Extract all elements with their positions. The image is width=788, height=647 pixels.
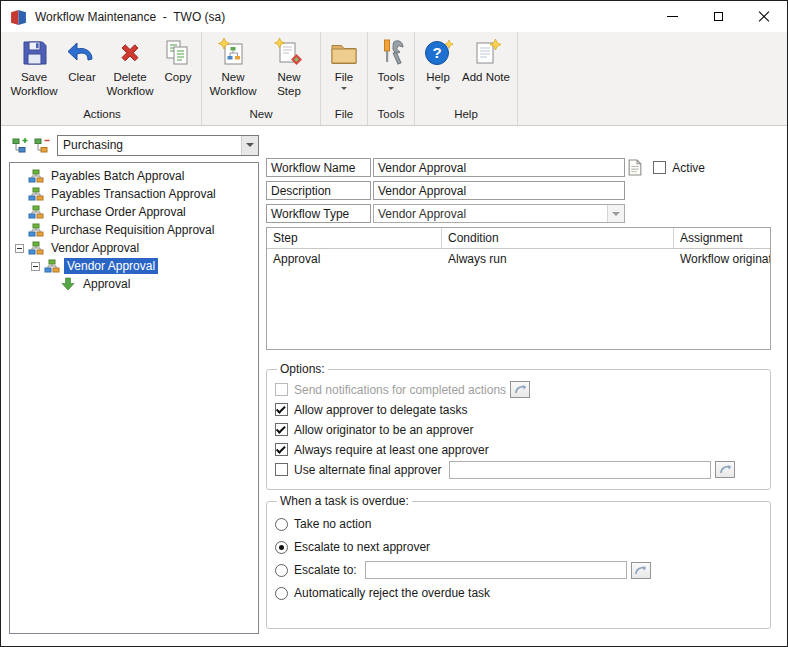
- take-no-action-radio[interactable]: [275, 518, 288, 531]
- approval-step-icon: [60, 277, 76, 291]
- tree-item-approval-step[interactable]: Approval: [10, 275, 258, 293]
- tree-item-label: Payables Batch Approval: [48, 168, 187, 184]
- overdue-legend: When a task is overdue:: [277, 494, 412, 508]
- ribbon-group-new: New Workflow New Step New: [202, 32, 321, 125]
- delete-icon: [114, 37, 146, 69]
- new-step-label: New Step: [265, 71, 313, 98]
- description-input[interactable]: Vendor Approval: [373, 181, 625, 200]
- alternate-approver-lookup-button[interactable]: [715, 461, 735, 478]
- tools-label: Tools: [378, 71, 405, 85]
- escalate-next-approver-radio[interactable]: [275, 541, 288, 554]
- escalate-to-radio[interactable]: [275, 564, 288, 577]
- escalate-to-label: Escalate to:: [294, 563, 357, 577]
- collapse-all-button[interactable]: [31, 135, 53, 155]
- alternate-approver-checkbox[interactable]: [275, 463, 288, 476]
- tree-item-vendor-approval-child[interactable]: Vendor Approval: [10, 257, 258, 275]
- tree-item-purchase-order-approval[interactable]: Purchase Order Approval: [10, 203, 258, 221]
- tree-item-label: Vendor Approval: [48, 240, 142, 256]
- file-button[interactable]: File: [324, 35, 364, 90]
- new-workflow-label: New Workflow: [209, 71, 257, 98]
- chevron-down-icon: [241, 136, 258, 155]
- ribbon-group-actions: Save Workflow Clear Delete Workflow: [3, 32, 202, 125]
- note-icon: [628, 159, 642, 176]
- workflow-type-select[interactable]: Vendor Approval: [373, 204, 625, 223]
- alternate-approver-input[interactable]: [449, 461, 711, 479]
- add-note-button[interactable]: Add Note: [458, 35, 514, 85]
- tree-item-label: Payables Transaction Approval: [48, 186, 219, 202]
- require-approver-checkbox[interactable]: [275, 443, 288, 456]
- ribbon-group-help: ? Help Add Note Help: [415, 32, 518, 125]
- note-button[interactable]: [628, 159, 643, 177]
- tree-item-label: Approval: [80, 276, 133, 292]
- allow-originator-checkbox[interactable]: [275, 423, 288, 436]
- tools-button[interactable]: Tools: [371, 35, 411, 90]
- overdue-groupbox: When a task is overdue: Take no action E…: [266, 494, 771, 629]
- collapse-all-icon: [34, 137, 50, 153]
- allow-delegate-label: Allow approver to delegate tasks: [294, 403, 467, 417]
- tree-item-payables-batch-approval[interactable]: Payables Batch Approval: [10, 167, 258, 185]
- auto-reject-label: Automatically reject the overdue task: [294, 586, 490, 600]
- new-step-icon: [273, 37, 305, 69]
- minimize-button[interactable]: [649, 1, 695, 32]
- step-cell: Approval: [267, 249, 442, 269]
- tree-item-label: Vendor Approval: [64, 258, 158, 274]
- collapse-expander[interactable]: [31, 262, 40, 271]
- collapse-expander[interactable]: [15, 244, 24, 253]
- delete-workflow-label: Delete Workflow: [106, 71, 154, 98]
- save-workflow-button[interactable]: Save Workflow: [6, 35, 62, 98]
- tree-item-vendor-approval[interactable]: Vendor Approval: [10, 239, 258, 257]
- save-workflow-label: Save Workflow: [10, 71, 58, 98]
- expand-all-icon: [12, 137, 28, 153]
- options-legend: Options:: [277, 362, 328, 376]
- titlebar: Workflow Maintenance - TWO (sa): [1, 1, 787, 32]
- copy-button[interactable]: Copy: [158, 35, 198, 85]
- options-groupbox: Options: Send notifications for complete…: [266, 362, 771, 490]
- tree-item-label: Purchase Requisition Approval: [48, 222, 217, 238]
- maximize-icon: [714, 12, 723, 21]
- new-workflow-button[interactable]: New Workflow: [205, 35, 261, 98]
- new-workflow-icon: [217, 37, 249, 69]
- new-step-button[interactable]: New Step: [261, 35, 317, 98]
- add-note-label: Add Note: [462, 71, 510, 85]
- help-label: Help: [426, 71, 450, 85]
- allow-delegate-checkbox[interactable]: [275, 403, 288, 416]
- workflow-icon: [28, 205, 44, 219]
- main-area: Purchasing Payables Batch Approval Payab…: [1, 126, 787, 646]
- escalate-to-lookup-button[interactable]: [631, 562, 651, 579]
- column-header-assignment: Assignment: [674, 228, 770, 248]
- steps-table: Step Condition Assignment Approval Alway…: [266, 227, 771, 350]
- save-icon: [18, 37, 50, 69]
- take-no-action-row: Take no action: [275, 514, 762, 534]
- expand-all-button[interactable]: [9, 135, 31, 155]
- escalate-to-row: Escalate to:: [275, 560, 762, 580]
- active-checkbox[interactable]: [653, 161, 666, 174]
- workflow-maintenance-window: Workflow Maintenance - TWO (sa) Save Wor…: [0, 0, 788, 647]
- tree-item-payables-transaction-approval[interactable]: Payables Transaction Approval: [10, 185, 258, 203]
- workflow-name-input[interactable]: Vendor Approval: [373, 158, 625, 177]
- category-select[interactable]: Purchasing: [57, 135, 259, 156]
- tree-item-purchase-requisition-approval[interactable]: Purchase Requisition Approval: [10, 221, 258, 239]
- clear-button[interactable]: Clear: [62, 35, 102, 85]
- category-select-value: Purchasing: [58, 138, 241, 152]
- help-button[interactable]: ? Help: [418, 35, 458, 90]
- copy-label: Copy: [165, 71, 192, 85]
- table-row[interactable]: Approval Always run Workflow originator'…: [267, 249, 770, 269]
- workflow-icon: [44, 259, 60, 273]
- workflow-name-label: Workflow Name: [266, 158, 371, 177]
- delete-workflow-button[interactable]: Delete Workflow: [102, 35, 158, 98]
- tree-item-label: Purchase Order Approval: [48, 204, 189, 220]
- close-button[interactable]: [741, 1, 787, 32]
- minimize-icon: [667, 16, 678, 17]
- workflow-type-row: Workflow Type Vendor Approval: [266, 204, 771, 223]
- escalate-to-input[interactable]: [365, 561, 627, 579]
- expansion-icon: [514, 384, 527, 395]
- column-header-step: Step: [267, 228, 442, 248]
- auto-reject-row: Automatically reject the overdue task: [275, 583, 762, 603]
- send-notifications-checkbox[interactable]: [275, 383, 288, 396]
- auto-reject-radio[interactable]: [275, 587, 288, 600]
- maximize-button[interactable]: [695, 1, 741, 32]
- clear-label: Clear: [68, 71, 95, 85]
- steps-table-header: Step Condition Assignment: [267, 228, 770, 249]
- clear-icon: [66, 37, 98, 69]
- notifications-expansion-button[interactable]: [510, 381, 530, 398]
